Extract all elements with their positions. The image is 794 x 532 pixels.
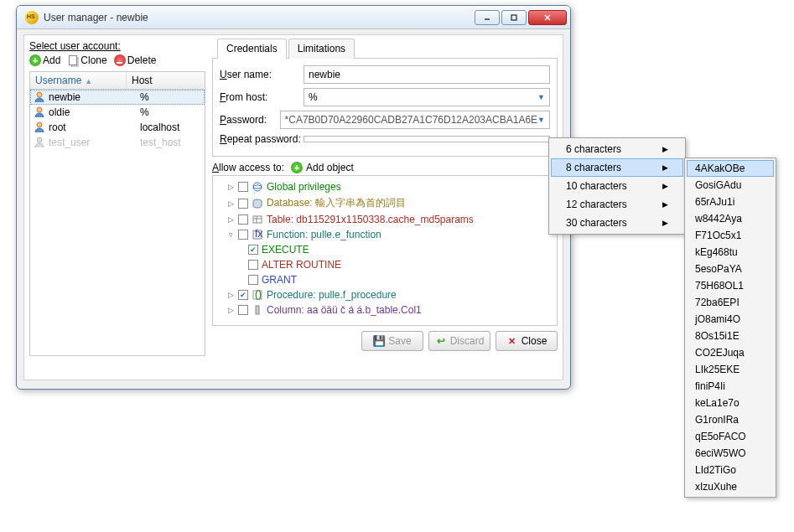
checkbox[interactable] xyxy=(248,275,258,285)
menu-item[interactable]: LIk25EKE xyxy=(687,361,774,378)
menu-item[interactable]: 12 characters▶ xyxy=(551,195,683,214)
tree-row-column[interactable]: ▷Column: aa öäü č á á.b_table.Col1 xyxy=(215,302,555,318)
menu-item[interactable]: 6eciW5WO xyxy=(687,445,774,462)
menu-item[interactable]: 8 characters▶ xyxy=(551,158,683,177)
svg-text:fx: fx xyxy=(255,229,262,240)
titlebar[interactable]: User manager - newbie xyxy=(17,6,570,29)
clone-icon xyxy=(67,54,79,66)
username-label: User name: xyxy=(220,69,304,80)
password-length-menu[interactable]: 6 characters▶8 characters▶10 characters▶… xyxy=(548,137,686,235)
tree-row-execute[interactable]: EXECUTE xyxy=(215,242,555,257)
tree-row-function[interactable]: ▿fxFunction: pulle.e_function xyxy=(215,227,555,242)
svg-point-7 xyxy=(253,185,262,189)
menu-item[interactable]: GosiGAdu xyxy=(687,177,774,194)
delete-user-button[interactable]: Delete xyxy=(114,54,157,66)
menu-item[interactable]: 72ba6EPI xyxy=(687,294,774,311)
menu-item[interactable]: 6 characters▶ xyxy=(551,140,683,158)
menu-item[interactable]: F71Oc5x1 xyxy=(687,227,774,244)
access-tree[interactable]: ▷Global privileges ▷Database: 輸入字串為首的詞目 … xyxy=(212,175,558,326)
app-icon xyxy=(25,11,39,24)
user-table-header[interactable]: Username▲ Host xyxy=(30,72,205,90)
submenu-arrow-icon: ▶ xyxy=(662,200,668,209)
submenu-arrow-icon: ▶ xyxy=(662,145,668,153)
right-pane: Credentials Limitations User name: newbi… xyxy=(212,39,558,374)
user-row[interactable]: newbie% xyxy=(30,90,205,105)
menu-item[interactable]: 75H68OL1 xyxy=(687,277,774,294)
submenu-arrow-icon: ▶ xyxy=(662,219,668,227)
tree-row-alter[interactable]: ALTER ROUTINE xyxy=(215,257,555,272)
add-object-button[interactable]: Add object xyxy=(306,162,354,173)
person-icon xyxy=(34,121,45,133)
tree-row-global[interactable]: ▷Global privileges xyxy=(215,179,555,194)
tree-row-procedure[interactable]: ▷()Procedure: pulle.f_procedure xyxy=(215,287,555,302)
close-window-button[interactable] xyxy=(528,10,567,25)
menu-item[interactable]: 8Os15i1E xyxy=(687,328,774,344)
user-toolbar: +Add Clone Delete xyxy=(29,54,205,66)
tab-limitations[interactable]: Limitations xyxy=(288,39,355,59)
checkbox-checked[interactable] xyxy=(248,245,258,255)
submenu-arrow-icon: ▶ xyxy=(662,182,668,190)
svg-rect-3 xyxy=(511,15,516,20)
username-field[interactable]: newbie xyxy=(304,65,550,84)
window-title: User manager - newbie xyxy=(44,12,475,23)
user-table: Username▲ Host newbie%oldie%rootlocalhos… xyxy=(29,71,205,356)
dropdown-icon: ▼ xyxy=(537,93,545,101)
tab-credentials[interactable]: Credentials xyxy=(217,39,287,59)
menu-item[interactable]: 4AKakOBe xyxy=(687,160,774,177)
menu-item[interactable]: keLa1e7o xyxy=(687,395,774,411)
menu-item[interactable]: xIzuXuhe xyxy=(687,478,774,495)
menu-item[interactable]: 10 characters▶ xyxy=(551,177,683,195)
fromhost-label: From host: xyxy=(220,91,304,103)
menu-item[interactable]: 65rAJu1i xyxy=(687,194,774,210)
window-controls xyxy=(475,10,567,25)
menu-item[interactable]: LId2TiGo xyxy=(687,462,774,478)
user-row[interactable]: rootlocalhost xyxy=(30,120,205,135)
menu-item[interactable]: 30 characters▶ xyxy=(551,214,683,232)
discard-icon: ↩ xyxy=(435,335,447,347)
password-field[interactable]: *CA7B0D70A22960CADB27A1C76D12A203ACBA1A6… xyxy=(280,111,550,129)
person-icon xyxy=(34,137,45,148)
user-row[interactable]: test_usertest_host xyxy=(30,135,205,150)
clone-user-button[interactable]: Clone xyxy=(67,54,106,66)
menu-item[interactable]: 5esoPaYA xyxy=(687,261,774,277)
repeat-password-field[interactable] xyxy=(304,136,550,142)
discard-button[interactable]: ↩Discard xyxy=(428,331,490,351)
left-pane: Select user account: +Add Clone Delete U… xyxy=(29,40,205,374)
credentials-panel: User name: newbie From host: %▼ Password… xyxy=(212,58,558,157)
user-manager-window: User manager - newbie Select user accoun… xyxy=(16,5,571,390)
save-button[interactable]: 💾Save xyxy=(361,331,423,351)
submenu-arrow-icon: ▶ xyxy=(662,163,668,172)
menu-item[interactable]: kEg468tu xyxy=(687,244,774,261)
menu-item[interactable]: finiP4Ii xyxy=(687,378,774,395)
maximize-button[interactable] xyxy=(501,10,527,25)
menu-item[interactable]: CO2EJuqa xyxy=(687,344,774,361)
menu-item[interactable]: G1ronIRa xyxy=(687,411,774,428)
dropdown-icon[interactable]: ▼ xyxy=(537,116,545,124)
close-button[interactable]: ✕Close xyxy=(496,331,558,351)
menu-item[interactable]: qE5oFACO xyxy=(687,428,774,445)
delete-icon xyxy=(114,54,126,66)
svg-text:(): () xyxy=(255,289,262,300)
sort-asc-icon: ▲ xyxy=(85,77,92,85)
save-icon: 💾 xyxy=(373,335,385,347)
host-column[interactable]: Host xyxy=(127,72,205,89)
dialog-buttons: 💾Save ↩Discard ✕Close xyxy=(212,331,558,351)
password-suggestions-menu[interactable]: 4AKakOBeGosiGAdu65rAJu1iw8442AyaF71Oc5x1… xyxy=(684,158,776,498)
checkbox[interactable] xyxy=(248,260,258,270)
close-icon: ✕ xyxy=(506,335,518,347)
username-column[interactable]: Username▲ xyxy=(30,72,127,89)
menu-item[interactable]: w8442Aya xyxy=(687,210,774,227)
add-user-button[interactable]: +Add xyxy=(29,54,60,66)
add-icon[interactable]: + xyxy=(291,162,303,173)
person-icon xyxy=(34,91,45,103)
tree-row-database[interactable]: ▷Database: 輸入字串為首的詞目 xyxy=(215,194,555,212)
tree-row-table[interactable]: ▷Table: db115291x1150338.cache_md5params xyxy=(215,212,555,227)
tree-row-grant[interactable]: GRANT xyxy=(215,272,555,287)
svg-rect-9 xyxy=(253,216,262,223)
menu-item[interactable]: jO8ami4O xyxy=(687,311,774,328)
fromhost-field[interactable]: %▼ xyxy=(304,88,550,106)
password-label: Password: xyxy=(220,114,280,126)
svg-point-6 xyxy=(253,183,262,191)
user-row[interactable]: oldie% xyxy=(30,105,205,120)
minimize-button[interactable] xyxy=(475,10,500,25)
